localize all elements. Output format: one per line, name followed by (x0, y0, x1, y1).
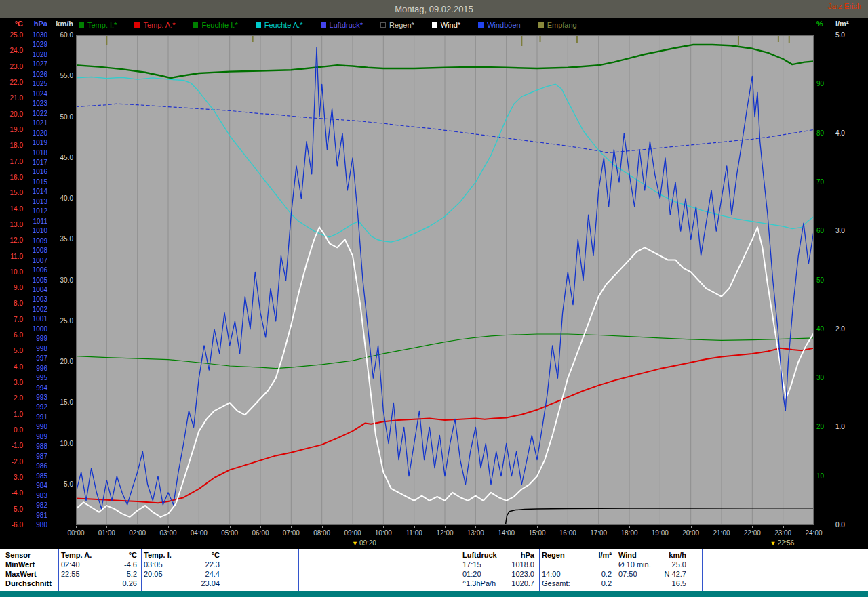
axis-tick-kmh: 45.0 (49, 155, 73, 161)
axis-tick-lm2: 0.0 (835, 522, 860, 529)
table-column-separator (370, 549, 370, 591)
axis-tick-hpa: 985 (26, 473, 47, 480)
x-axis-tick (414, 526, 415, 528)
axis-tick-c: 10.0 (3, 269, 23, 276)
axis-tick-hpa: 1000 (26, 326, 47, 333)
x-axis-tick (291, 526, 292, 528)
x-axis-tick (537, 526, 538, 528)
table-column-separator (141, 549, 142, 591)
legend-item-empfang: Empfang (538, 21, 577, 29)
x-axis-tick (383, 526, 384, 528)
wind-swatch-icon (432, 22, 437, 28)
x-axis-label: 03:00 (155, 529, 182, 537)
table-cell: 0.26 (61, 579, 137, 588)
table-column-separator (460, 549, 460, 591)
table-cell: 22.3 (144, 560, 220, 569)
title-bar: Montag, 09.02.2015 Jarz Erich (0, 0, 868, 18)
status-strip (0, 591, 868, 597)
axis-tick-c: -1.0 (3, 442, 23, 449)
axis-tick-c: 21.0 (3, 95, 23, 102)
axis-tick-hpa: 1021 (26, 120, 47, 127)
x-axis-tick (629, 526, 630, 528)
legend-item-wind: Wind* (432, 21, 460, 29)
axis-tick-kmh: 30.0 (49, 277, 73, 284)
axis-tick-hpa: 994 (26, 385, 47, 392)
axis-tick-hpa: 982 (26, 502, 47, 509)
axis-tick-c: 1.0 (3, 411, 23, 418)
axis-tick-hpa: 1010 (26, 228, 47, 234)
x-axis-tick (106, 526, 107, 528)
axis-tick-kmh: 40.0 (49, 195, 73, 202)
plot-svg[interactable] (76, 35, 814, 525)
axis-tick-hpa: 986 (26, 463, 47, 470)
axis-tick-pct: 70 (816, 179, 831, 186)
x-axis-tick (76, 526, 77, 528)
axis-tick-hpa: 1003 (26, 296, 47, 303)
summary-table: SensorMinWertMaxWertDurchschnittTemp. A.… (0, 549, 868, 591)
legend-item-feuchte-i: Feuchte I.* (193, 21, 237, 29)
axis-tick-c: 8.0 (3, 300, 23, 307)
axis-tick-c: -5.0 (3, 506, 23, 513)
table-cell: 1018.0 (462, 560, 534, 569)
marker-flag-icon: ▼ (770, 540, 776, 547)
legend-label-feuchte-a: Feuchte A.* (264, 21, 303, 29)
axis-tick-c: 24.0 (3, 47, 23, 54)
axis-tick-hpa: 1011 (26, 218, 47, 225)
axis-tick-hpa: 1014 (26, 188, 47, 195)
weather-app-window: Montag, 09.02.2015 Jarz Erich Temp. I.*T… (0, 0, 868, 597)
axis-unit-kmh: km/h (49, 20, 73, 28)
windboeen-swatch-icon (478, 22, 484, 28)
x-axis-tick (230, 526, 231, 528)
axis-tick-hpa: 980 (26, 522, 47, 529)
x-axis-label: 19:00 (646, 529, 673, 537)
axis-tick-c: 6.0 (3, 332, 23, 339)
axis-tick-c: 16.0 (3, 174, 23, 181)
legend-item-feuchte-a: Feuchte A.* (256, 21, 303, 29)
axis-tick-hpa: 999 (26, 335, 47, 342)
axis-tick-hpa: 983 (26, 493, 47, 499)
x-axis-tick (138, 526, 138, 528)
axis-tick-hpa: 984 (26, 482, 47, 489)
axis-tick-c: 12.0 (3, 237, 23, 244)
x-axis-label: 13:00 (462, 529, 489, 537)
legend-label-luftdruck: Luftdruck* (330, 21, 363, 29)
axis-tick-hpa: 1026 (26, 71, 47, 78)
table-cell: -4.6 (61, 560, 137, 569)
table-cell: 5.2 (61, 570, 137, 578)
legend-label-temp-a: Temp. A.* (143, 21, 175, 29)
axis-tick-hpa: 1015 (26, 179, 47, 186)
plot-area[interactable] (76, 35, 814, 525)
x-axis-label: 15:00 (524, 529, 551, 537)
legend-item-regen: Regen* (380, 21, 414, 29)
axis-tick-lm2: 5.0 (835, 32, 860, 39)
axis-tick-hpa: 1016 (26, 169, 47, 176)
x-axis-tick (660, 526, 660, 528)
regen-swatch-icon (380, 22, 386, 28)
legend-label-feuchte-i: Feuchte I.* (201, 21, 237, 29)
x-axis-label: 21:00 (708, 529, 735, 537)
axis-tick-kmh: 25.0 (49, 318, 73, 325)
axis-tick-kmh: 5.0 (49, 481, 73, 488)
x-axis-label: 02:00 (124, 529, 151, 537)
axis-tick-lm2: 3.0 (835, 228, 860, 234)
axis-tick-hpa: 1006 (26, 267, 47, 274)
axis-tick-hpa: 1020 (26, 130, 47, 137)
axis-tick-c: 2.0 (3, 395, 23, 402)
axis-tick-pct: 50 (816, 277, 831, 284)
legend-label-windboeen: Windböen (487, 21, 521, 29)
table-header-unit: °C (61, 551, 137, 559)
axis-tick-kmh: 35.0 (49, 236, 73, 243)
table-column-separator (298, 549, 299, 591)
legend: Temp. I.*Temp. A.*Feuchte I.*Feuchte A.*… (79, 21, 577, 29)
axis-tick-hpa: 1012 (26, 208, 47, 215)
axis-tick-hpa: 997 (26, 355, 47, 362)
x-axis-tick (783, 526, 784, 528)
feuchte-i-swatch-icon (193, 22, 198, 28)
axis-tick-hpa: 998 (26, 346, 47, 352)
table-header-unit: hPa (462, 551, 534, 559)
axis-tick-c: 20.0 (3, 111, 23, 118)
axis-unit-pct: % (816, 20, 831, 28)
axis-tick-hpa: 1013 (26, 199, 47, 205)
x-axis-tick (568, 526, 568, 528)
user-label: Jarz Erich (828, 2, 861, 10)
